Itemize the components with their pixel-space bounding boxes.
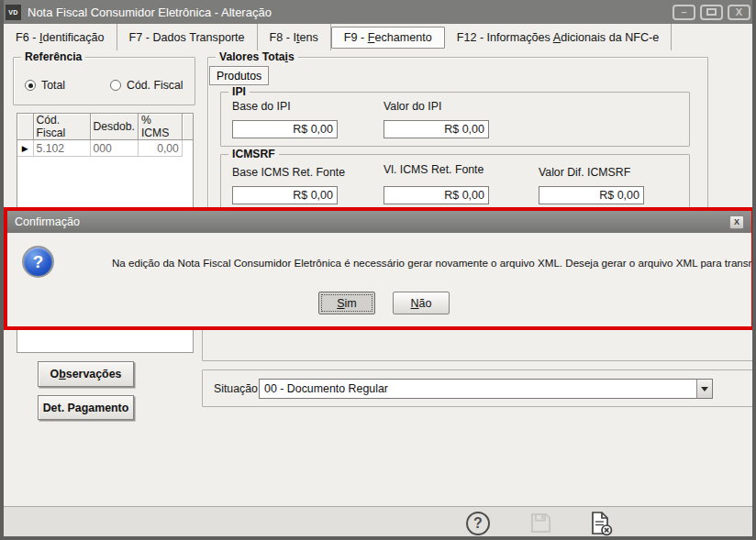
situacao-group: Situação da NF: 00 - Documento Regular <box>202 369 754 407</box>
observacoes-button[interactable]: Observações <box>38 361 134 387</box>
valor-ipi-field[interactable] <box>384 120 489 138</box>
grid-header-selector <box>17 114 33 140</box>
dialog-close-button[interactable]: X <box>729 215 744 229</box>
situacao-combobox[interactable]: 00 - Documento Regular <box>259 379 713 399</box>
close-button[interactable]: X <box>728 5 750 20</box>
radio-total-icon <box>25 80 36 91</box>
app-icon: VD <box>6 5 21 20</box>
dialog-body: ? Na edição da Nota Fiscal Consumidor El… <box>7 233 751 326</box>
vl-icms-ret-fonte-label: Vl. ICMS Ret. Fonte <box>384 163 484 176</box>
tab-produtos[interactable]: Produtos <box>209 66 269 85</box>
minimize-button[interactable]: – <box>673 5 695 20</box>
valores-totais-title: Valores Totais <box>216 50 298 63</box>
sim-button[interactable]: Sim <box>318 292 375 314</box>
maximize-button[interactable] <box>700 5 723 20</box>
save-icon[interactable] <box>528 511 553 535</box>
situacao-value: 00 - Documento Regular <box>260 382 696 395</box>
row-marker-icon: ▶ <box>17 140 33 157</box>
tab-f12-informacoes-adicionais[interactable]: F12 - Informações Adicionais da NFC-e <box>445 24 673 50</box>
situacao-dropdown-button[interactable] <box>696 380 712 398</box>
tab-f8-itens[interactable]: F8 - Itens <box>258 24 331 50</box>
window-title: Nota Fiscal Consumidor Eletrônica - Alte… <box>28 6 666 19</box>
radio-cod-fiscal[interactable]: Cód. Fiscal <box>110 79 183 92</box>
cell-icms[interactable]: 0,00 <box>138 140 182 157</box>
tab-f9-fechamento[interactable]: F9 - Fechamento <box>331 27 445 49</box>
ipi-group-title: IPI <box>228 85 250 98</box>
valor-dif-icmsrf-label: Valor Dif. ICMSRF <box>539 166 630 179</box>
valor-dif-icmsrf-field[interactable] <box>539 186 644 204</box>
vl-icms-ret-fonte-field[interactable] <box>384 186 489 204</box>
help-button[interactable]: ? <box>466 512 490 535</box>
grid-header-icms: % ICMS <box>138 114 182 140</box>
footer-bar <box>4 506 752 536</box>
base-ipi-field[interactable] <box>232 120 338 138</box>
radio-total[interactable]: Total <box>25 79 65 92</box>
nao-button[interactable]: Não <box>393 292 450 314</box>
icmsrf-group: ICMSRF Base ICMS Ret. Fonte Vl. ICMS Ret… <box>220 154 690 211</box>
referencia-group: Referência Total Cód. Fiscal <box>13 57 195 105</box>
dialog-titlebar[interactable]: Confirmação X <box>7 211 751 233</box>
base-icms-ret-fonte-field[interactable] <box>232 186 338 204</box>
main-window: VD Nota Fiscal Consumidor Eletrônica - A… <box>0 0 756 540</box>
dialog-title: Confirmação <box>15 215 80 228</box>
grid-header-desdob: Desdob. <box>90 114 138 140</box>
question-icon: ? <box>22 246 54 278</box>
cell-cod-fiscal[interactable]: 5.102 <box>33 140 90 157</box>
ipi-group: IPI Base do IPI Valor do IPI <box>220 92 690 147</box>
dialog-message: Na edição da Nota Fiscal Consumidor Elet… <box>112 257 750 269</box>
grid-header-cod-fiscal: Cód. Fiscal <box>33 114 90 140</box>
cancel-document-icon[interactable] <box>585 509 615 538</box>
chevron-down-icon <box>701 387 708 391</box>
radio-cod-fiscal-icon <box>110 80 121 91</box>
maximize-icon <box>706 8 717 16</box>
tab-f7-dados-transporte[interactable]: F7 - Dados Transporte <box>117 24 258 50</box>
confirmation-dialog: Confirmação X ? Na edição da Nota Fiscal… <box>4 207 755 330</box>
tab-f6-identificacao[interactable]: F6 - Identificação <box>4 24 117 50</box>
referencia-group-title: Referência <box>21 50 85 63</box>
base-ipi-label: Base do IPI <box>232 100 291 113</box>
grid-row[interactable]: ▶ 5.102 000 0,00 <box>17 140 193 157</box>
det-pagamento-button[interactable]: Det. Pagamento <box>38 395 134 420</box>
icmsrf-group-title: ICMSRF <box>228 148 279 160</box>
valor-ipi-label: Valor do IPI <box>384 100 441 113</box>
grid-header-row: Cód. Fiscal Desdob. % ICMS <box>17 114 193 140</box>
help-icon: ? <box>473 515 483 532</box>
cell-desdob[interactable]: 000 <box>90 140 138 157</box>
titlebar[interactable]: VD Nota Fiscal Consumidor Eletrônica - A… <box>0 0 756 24</box>
tab-strip: F6 - Identificação F7 - Dados Transporte… <box>4 24 752 50</box>
base-icms-ret-fonte-label: Base ICMS Ret. Fonte <box>232 166 345 179</box>
